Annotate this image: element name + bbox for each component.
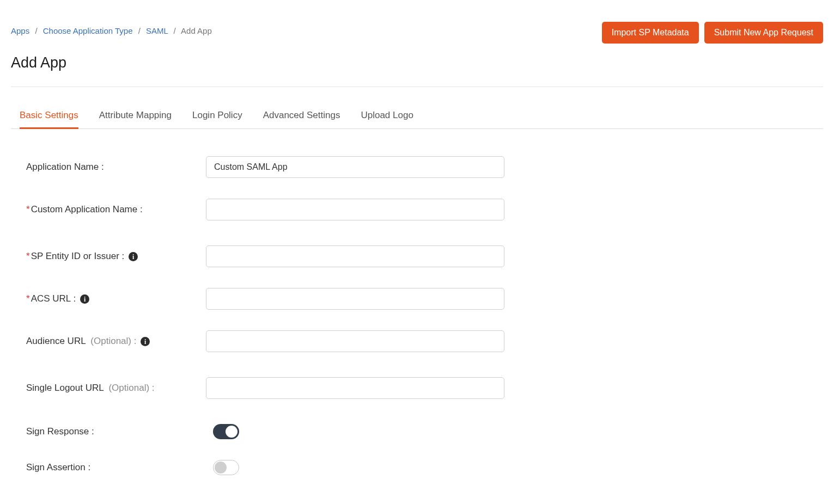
tab-login-policy[interactable]: Login Policy (192, 105, 242, 129)
tab-basic-settings[interactable]: Basic Settings (20, 105, 78, 129)
row-custom-app-name: *Custom Application Name : (26, 199, 808, 220)
label-custom-app-name: *Custom Application Name : (26, 204, 206, 215)
label-sp-entity: *SP Entity ID or Issuer : i (26, 251, 206, 262)
row-sign-response: Sign Response : (26, 424, 808, 439)
label-sign-response: Sign Response : (26, 426, 206, 437)
tab-upload-logo[interactable]: Upload Logo (361, 105, 413, 129)
info-icon[interactable]: i (129, 252, 138, 261)
breadcrumb-saml[interactable]: SAML (146, 26, 168, 35)
breadcrumb: Apps / Choose Application Type / SAML / … (11, 11, 212, 35)
label-audience-url: Audience URL (Optional) : i (26, 336, 206, 347)
info-icon[interactable]: i (141, 337, 150, 346)
page-title: Add App (11, 54, 823, 71)
row-application-name: Application Name : (26, 156, 808, 178)
breadcrumb-choose-type[interactable]: Choose Application Type (43, 26, 133, 35)
page-root: Apps / Choose Application Type / SAML / … (0, 0, 834, 504)
row-slo-url: Single Logout URL (Optional) : (26, 377, 808, 399)
application-name-input[interactable] (206, 156, 504, 178)
form-area: Application Name : *Custom Application N… (11, 129, 823, 504)
required-marker: * (26, 251, 30, 262)
import-sp-metadata-button[interactable]: Import SP Metadata (602, 22, 699, 44)
sign-assertion-toggle[interactable] (213, 460, 239, 475)
divider (11, 87, 823, 87)
acs-url-input[interactable] (206, 288, 504, 310)
tabs: Basic Settings Attribute Mapping Login P… (11, 105, 823, 129)
required-marker: * (26, 204, 30, 215)
audience-url-input[interactable] (206, 330, 504, 352)
sign-response-toggle[interactable] (213, 424, 239, 439)
tab-attribute-mapping[interactable]: Attribute Mapping (99, 105, 172, 129)
tab-advanced-settings[interactable]: Advanced Settings (263, 105, 340, 129)
label-slo-url: Single Logout URL (Optional) : (26, 383, 206, 394)
submit-new-app-request-button[interactable]: Submit New App Request (704, 22, 823, 44)
info-icon[interactable]: i (80, 294, 89, 304)
breadcrumb-sep: / (138, 26, 141, 35)
breadcrumb-current: Add App (181, 26, 212, 35)
label-application-name: Application Name : (26, 162, 206, 173)
custom-app-name-input[interactable] (206, 199, 504, 220)
slo-url-input[interactable] (206, 377, 504, 399)
required-marker: * (26, 293, 30, 304)
row-audience-url: Audience URL (Optional) : i (26, 330, 808, 352)
label-acs-url: *ACS URL : i (26, 293, 206, 304)
row-acs-url: *ACS URL : i (26, 288, 808, 310)
header-actions: Import SP Metadata Submit New App Reques… (602, 11, 823, 44)
row-sp-entity: *SP Entity ID or Issuer : i (26, 245, 808, 267)
sp-entity-input[interactable] (206, 245, 504, 267)
label-sign-assertion: Sign Assertion : (26, 462, 206, 473)
breadcrumb-sep: / (174, 26, 176, 35)
breadcrumb-sep: / (35, 26, 37, 35)
top-bar: Apps / Choose Application Type / SAML / … (11, 11, 823, 44)
breadcrumb-apps[interactable]: Apps (11, 26, 29, 35)
row-sign-assertion: Sign Assertion : (26, 460, 808, 475)
